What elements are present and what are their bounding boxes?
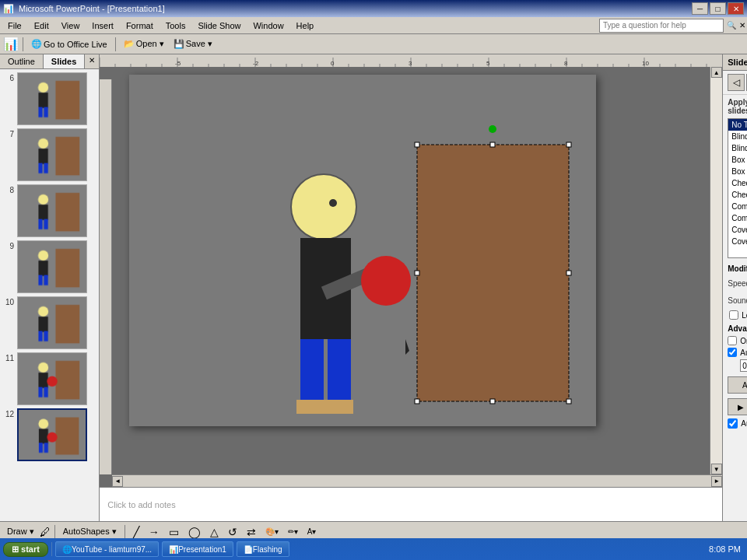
slide-image-6 xyxy=(17,72,87,125)
scroll-down-button[interactable]: ▼ xyxy=(711,464,722,474)
title-bar: 📊 Microsoft PowerPoint - [Presentation1]… xyxy=(0,0,747,17)
auto-after-label: Automatically after xyxy=(740,348,747,357)
transition-cover-down[interactable]: Cover Down xyxy=(728,224,747,236)
slide-image-8 xyxy=(17,184,87,237)
speed-label: Speed: xyxy=(728,279,747,288)
sound-row: Sound: [No Sound] Applause Arrow xyxy=(728,293,747,307)
loop-row: Loop until next sound xyxy=(728,310,747,320)
slide-image-7 xyxy=(17,128,87,181)
slide-thumbnail-8[interactable]: 8 xyxy=(3,184,96,237)
content-row: Outline Slides ✕ 6 7 xyxy=(0,54,747,521)
toolbar2-sep1 xyxy=(54,525,55,539)
transition-panel: Slide Transition ▾ ✕ ◁ ▷ 🔒 Apply to sele… xyxy=(722,54,747,521)
advance-section: Advance slide On mouse click Automatical… xyxy=(728,324,747,372)
toolbar2-sep2 xyxy=(124,525,125,539)
help-search-input[interactable] xyxy=(599,19,724,33)
taskbar-presentation[interactable]: 📊 Presentation1 xyxy=(162,541,233,557)
menu-insert[interactable]: Insert xyxy=(86,19,120,32)
time-input[interactable] xyxy=(740,359,747,372)
transition-comb-vertical[interactable]: Comb Vertical xyxy=(728,212,747,224)
transition-comb-horizontal[interactable]: Comb Horizontal xyxy=(728,201,747,212)
play-row: ▶ Play 📽 Slide Show xyxy=(728,398,747,415)
horizontal-scrollbar[interactable]: ◄ ► xyxy=(112,474,722,487)
transition-panel-title: Slide Transition xyxy=(728,58,747,67)
taskbar: ⊞ start 🌐 YouTube - liamturn97... 📊 Pres… xyxy=(0,538,747,560)
start-icon: ⊞ xyxy=(12,544,19,554)
modify-transition-section: Modify transition Speed: Fast Medium Slo… xyxy=(728,264,747,320)
tab-outline[interactable]: Outline xyxy=(0,54,44,68)
autopreview-checkbox[interactable] xyxy=(728,418,738,429)
transition-checkerboard-across[interactable]: Checkerboard Across xyxy=(728,177,747,189)
menu-format[interactable]: Format xyxy=(120,19,160,32)
office-live-icon: 🌐 xyxy=(31,39,42,49)
close-help-button[interactable]: ✕ xyxy=(739,21,745,30)
scroll-right-button[interactable]: ► xyxy=(711,476,722,487)
save-button[interactable]: 💾 Save ▾ xyxy=(170,36,216,53)
scroll-track xyxy=(710,78,722,464)
ppt-icon: 📊 xyxy=(3,37,19,51)
minimize-button[interactable]: ─ xyxy=(692,2,708,15)
scroll-left-button[interactable]: ◄ xyxy=(112,476,123,487)
play-button[interactable]: ▶ Play xyxy=(728,398,747,415)
slide-thumbnail-10[interactable]: 10 xyxy=(3,296,96,349)
ruler-left xyxy=(100,79,112,474)
transition-box-in[interactable]: Box In xyxy=(728,154,747,166)
taskbar-flashing[interactable]: 📄 Flashing xyxy=(237,541,289,557)
slide-viewport[interactable] xyxy=(112,67,710,474)
toolbar-main: 📊 🌐 Go to Office Live 📂 Open ▾ 💾 Save ▾ xyxy=(0,34,747,54)
close-button[interactable]: ✕ xyxy=(728,2,744,15)
transition-box-out[interactable]: Box Out xyxy=(728,166,747,177)
slide-image-9 xyxy=(17,240,87,293)
vertical-scrollbar[interactable]: ▲ ▼ xyxy=(710,67,722,474)
menu-tools[interactable]: Tools xyxy=(160,19,192,32)
menu-bar: File Edit View Insert Format Tools Slide… xyxy=(0,17,747,34)
menu-edit[interactable]: Edit xyxy=(28,19,55,32)
slide-thumbnail-9[interactable]: 9 xyxy=(3,240,96,293)
auto-after-row: Automatically after xyxy=(728,348,747,357)
mouse-click-label: On mouse click xyxy=(740,337,747,345)
notes-placeholder: Click to add notes xyxy=(107,500,175,509)
help-search-button[interactable]: 🔍 xyxy=(727,21,736,30)
slide-thumbnail-11[interactable]: 11 xyxy=(3,352,96,405)
slide-thumbnail-12[interactable]: 12 xyxy=(3,408,96,461)
panel-icon-row: ◁ ▷ 🔒 xyxy=(723,71,747,95)
system-clock: 8:08 PM xyxy=(709,544,744,554)
apply-label: Apply to selected slides: xyxy=(728,98,747,115)
start-button[interactable]: ⊞ start xyxy=(3,542,48,557)
transition-checkerboard-down[interactable]: Checkerboard Down xyxy=(728,189,747,201)
panel-close-button[interactable]: ✕ xyxy=(85,54,99,68)
menu-window[interactable]: Window xyxy=(247,19,289,32)
modify-title: Modify transition xyxy=(728,264,747,273)
slide-list: 6 7 8 xyxy=(0,69,99,521)
auto-after-checkbox[interactable] xyxy=(728,348,737,357)
menu-slideshow[interactable]: Slide Show xyxy=(191,19,247,32)
slide-thumbnail-7[interactable]: 7 xyxy=(3,128,96,181)
mouse-click-checkbox[interactable] xyxy=(728,336,737,345)
draw-icon: 🖊 xyxy=(40,526,51,538)
menu-view[interactable]: View xyxy=(55,19,86,32)
main-slide-canvas[interactable] xyxy=(129,75,596,426)
scroll-up-button[interactable]: ▲ xyxy=(711,67,722,78)
apply-all-button[interactable]: Apply to All Slides xyxy=(728,376,747,394)
slide-image-12 xyxy=(17,408,87,461)
slide-thumbnail-6[interactable]: 6 xyxy=(3,72,96,125)
office-live-button[interactable]: 🌐 Go to Office Live xyxy=(27,36,111,53)
panel-icon-1[interactable]: ◁ xyxy=(728,74,745,91)
menu-help[interactable]: Help xyxy=(290,19,321,32)
taskbar-youtube[interactable]: 🌐 YouTube - liamturn97... xyxy=(55,541,159,557)
notes-area[interactable]: Click to add notes xyxy=(100,487,722,521)
maximize-button[interactable]: □ xyxy=(710,2,726,15)
menu-file[interactable]: File xyxy=(2,19,28,32)
transition-list[interactable]: No Transition Blinds Horizontal Blinds V… xyxy=(728,118,747,258)
transition-no-transition[interactable]: No Transition xyxy=(728,119,747,131)
open-button[interactable]: 📂 Open ▾ xyxy=(120,36,168,53)
slide-image-11 xyxy=(17,352,87,405)
loop-checkbox[interactable] xyxy=(729,310,738,320)
slide-panel: Outline Slides ✕ 6 7 xyxy=(0,54,100,521)
transition-cover-left[interactable]: Cover Left xyxy=(728,236,747,247)
ruler-container: ▲ ▼ ◄ ► xyxy=(100,54,722,487)
tab-slides[interactable]: Slides xyxy=(44,54,85,68)
transition-blinds-horizontal[interactable]: Blinds Horizontal xyxy=(728,131,747,142)
sound-label: Sound: xyxy=(728,296,747,305)
transition-blinds-vertical[interactable]: Blinds Vertical xyxy=(728,142,747,154)
